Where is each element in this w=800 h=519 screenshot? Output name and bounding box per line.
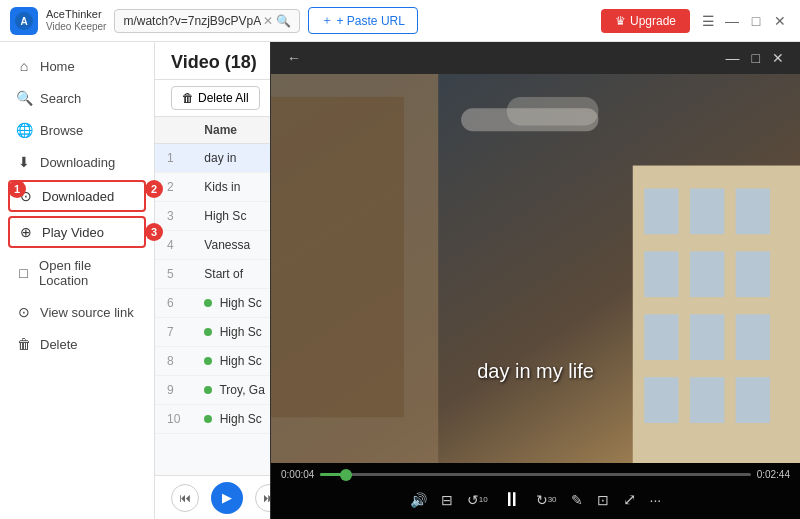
progress-track[interactable] [320, 473, 750, 476]
url-clear-icon[interactable]: ✕ [263, 14, 273, 28]
search-icon: 🔍 [16, 90, 32, 106]
volume-button[interactable]: 🔊 [410, 492, 427, 508]
app-name: AceThinker Video Keeper [46, 8, 106, 33]
svg-rect-7 [690, 188, 724, 234]
play-button[interactable]: ▶ [211, 482, 243, 514]
row-number: 8 [155, 347, 192, 376]
row-number: 1 [155, 144, 192, 173]
svg-text:A: A [20, 16, 27, 27]
svg-rect-12 [644, 314, 678, 360]
rewind-button[interactable]: ↺10 [467, 492, 488, 508]
restore-button[interactable]: □ [746, 11, 766, 31]
page-title: Video (18) [171, 52, 257, 73]
folder-icon: □ [16, 265, 31, 281]
video-close-button[interactable]: ✕ [766, 48, 790, 68]
url-text: m/watch?v=7nzjB9cPVpA [123, 14, 261, 28]
title-bar: A AceThinker Video Keeper m/watch?v=7nzj… [0, 0, 800, 42]
main-layout: ⌂ Home 🔍 Search 🌐 Browse ⬇ Downloading 1… [0, 42, 800, 519]
svg-rect-9 [644, 251, 678, 297]
link-icon: ⊙ [16, 304, 32, 320]
minimize-button[interactable]: — [722, 11, 742, 31]
progress-thumb[interactable] [340, 469, 352, 481]
status-dot [204, 357, 212, 365]
time-current: 0:00:04 [281, 469, 314, 480]
row-number: 6 [155, 289, 192, 318]
status-dot [204, 328, 212, 336]
video-subtitle: day in my life [271, 360, 800, 383]
play-video-icon: ⊕ [18, 224, 34, 240]
delete-all-button[interactable]: 🗑 Delete All [171, 86, 260, 110]
browse-icon: 🌐 [16, 122, 32, 138]
video-minimize-button[interactable]: — [720, 48, 746, 68]
trash-icon: 🗑 [182, 91, 194, 105]
row-number: 7 [155, 318, 192, 347]
badge-1: 1 [8, 180, 26, 198]
svg-rect-8 [736, 188, 770, 234]
row-number: 9 [155, 376, 192, 405]
row-number: 10 [155, 405, 192, 434]
svg-rect-15 [644, 377, 678, 423]
video-controls: 0:00:04 0:02:44 🔊 ⊟ ↺10 ⏸ ↻30 ✎ ⊡ ⤢ [271, 463, 800, 519]
svg-rect-17 [736, 377, 770, 423]
paste-url-button[interactable]: ＋ + Paste URL [308, 7, 418, 34]
prev-button[interactable]: ⏮ [171, 484, 199, 512]
sidebar-item-open-file[interactable]: □ Open file Location [0, 250, 154, 296]
video-restore-button[interactable]: □ [746, 48, 766, 68]
row-number: 11 [155, 434, 192, 438]
delete-icon: 🗑 [16, 336, 32, 352]
paste-plus-icon: ＋ [321, 12, 333, 29]
status-dot [204, 299, 212, 307]
expand-button[interactable]: ⤢ [623, 490, 636, 509]
sidebar-item-play-video[interactable]: ⊕ Play Video [8, 216, 146, 248]
sidebar: ⌂ Home 🔍 Search 🌐 Browse ⬇ Downloading 1… [0, 42, 155, 519]
crown-icon: ♛ [615, 14, 626, 28]
badge-3: 3 [145, 223, 163, 241]
sidebar-item-delete[interactable]: 🗑 Delete [0, 328, 154, 360]
close-button[interactable]: ✕ [770, 11, 790, 31]
sidebar-item-browse[interactable]: 🌐 Browse [0, 114, 154, 146]
time-total: 0:02:44 [757, 469, 790, 480]
content-area: Video (18) File location: C:\Users\PC-1\… [155, 42, 800, 519]
row-number: 5 [155, 260, 192, 289]
app-logo: A [10, 7, 38, 35]
svg-rect-6 [644, 188, 678, 234]
svg-rect-16 [690, 377, 724, 423]
svg-rect-14 [736, 314, 770, 360]
url-search-icon[interactable]: 🔍 [276, 14, 291, 28]
sidebar-item-downloading[interactable]: ⬇ Downloading [0, 146, 154, 178]
forward-button[interactable]: ↻30 [536, 492, 557, 508]
upgrade-button[interactable]: ♛ Upgrade [601, 9, 690, 33]
col-num [155, 117, 192, 144]
video-window: ← — □ ✕ [270, 42, 800, 519]
more-button[interactable]: ··· [650, 492, 662, 508]
sidebar-item-search[interactable]: 🔍 Search [0, 82, 154, 114]
svg-rect-19 [507, 97, 599, 126]
sidebar-item-downloaded[interactable]: ⊙ Downloaded [8, 180, 146, 212]
video-back-button[interactable]: ← [281, 48, 307, 68]
download-icon: ⬇ [16, 154, 32, 170]
window-controls: ☰ — □ ✕ [698, 11, 790, 31]
pen-button[interactable]: ✎ [571, 492, 583, 508]
home-icon: ⌂ [16, 58, 32, 74]
url-bar[interactable]: m/watch?v=7nzjB9cPVpA ✕ 🔍 [114, 9, 299, 33]
progress-row: 0:00:04 0:02:44 [281, 467, 790, 484]
play-pause-button[interactable]: ⏸ [502, 488, 522, 511]
controls-row: 🔊 ⊟ ↺10 ⏸ ↻30 ✎ ⊡ ⤢ ··· [281, 484, 790, 515]
svg-rect-13 [690, 314, 724, 360]
subtitle-button[interactable]: ⊟ [441, 492, 453, 508]
badge-2: 2 [145, 180, 163, 198]
video-frame [271, 74, 800, 463]
video-title-bar: ← — □ ✕ [271, 42, 800, 74]
svg-rect-10 [690, 251, 724, 297]
svg-rect-11 [736, 251, 770, 297]
video-content: day in my life [271, 74, 800, 463]
status-dot [204, 386, 212, 394]
status-dot [204, 415, 212, 423]
menu-button[interactable]: ☰ [698, 11, 718, 31]
crop-button[interactable]: ⊡ [597, 492, 609, 508]
sidebar-item-view-source[interactable]: ⊙ View source link [0, 296, 154, 328]
sidebar-item-home[interactable]: ⌂ Home [0, 50, 154, 82]
